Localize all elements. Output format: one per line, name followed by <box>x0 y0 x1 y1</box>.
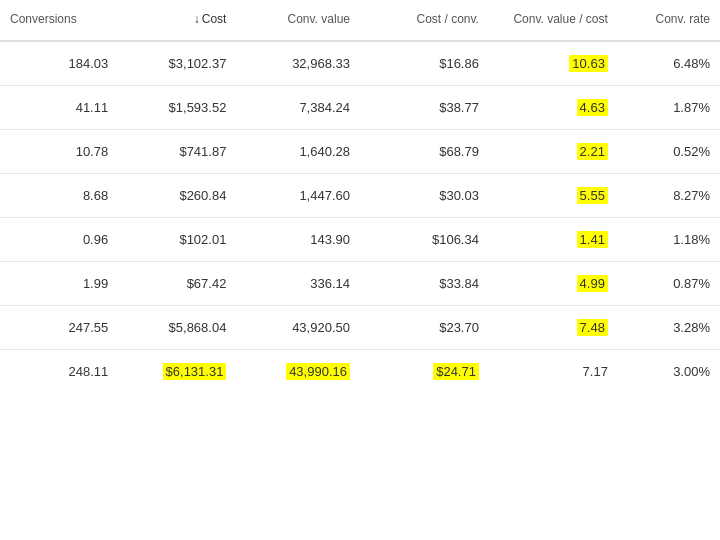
table-row: 184.03$3,102.3732,968.33$16.8610.636.48% <box>0 41 720 86</box>
header-conversions[interactable]: Conversions <box>0 0 118 41</box>
cell-conv_value: 336.14 <box>236 261 360 305</box>
cell-cost_per_conv: $38.77 <box>360 85 489 129</box>
cell-conv_value: 7,384.24 <box>236 85 360 129</box>
cell-conv_rate: 3.28% <box>618 305 720 349</box>
table-row: 0.96$102.01143.90$106.341.411.18% <box>0 217 720 261</box>
header-value-per-cost[interactable]: Conv. value / cost <box>489 0 618 41</box>
cell-conv_rate: 3.00% <box>618 349 720 393</box>
cell-conv_rate: 1.87% <box>618 85 720 129</box>
cell-conv_rate: 0.52% <box>618 129 720 173</box>
header-conv-rate-label: Conv. rate <box>656 12 710 26</box>
sort-arrow-icon: ↓ <box>194 12 200 28</box>
cell-value_per_cost: 7.48 <box>489 305 618 349</box>
cell-conv_value: 1,447.60 <box>236 173 360 217</box>
cell-value_per_cost: 1.41 <box>489 217 618 261</box>
cell-conv_value: 32,968.33 <box>236 41 360 86</box>
header-cost-per-conv[interactable]: Cost / conv. <box>360 0 489 41</box>
cell-conversions: 10.78 <box>0 129 118 173</box>
cell-cost: $1,593.52 <box>118 85 236 129</box>
cell-cost_per_conv: $106.34 <box>360 217 489 261</box>
cell-conv_rate: 0.87% <box>618 261 720 305</box>
highlight-value: 4.99 <box>577 275 608 292</box>
cell-conv_value: 143.90 <box>236 217 360 261</box>
cell-conv_rate: 6.48% <box>618 41 720 86</box>
highlight-value: $6,131.31 <box>163 363 227 380</box>
cell-conversions: 184.03 <box>0 41 118 86</box>
cell-cost_per_conv: $30.03 <box>360 173 489 217</box>
header-value-per-cost-label: Conv. value / cost <box>513 12 608 26</box>
cell-conversions: 8.68 <box>0 173 118 217</box>
cell-cost: $5,868.04 <box>118 305 236 349</box>
highlight-value: 4.63 <box>577 99 608 116</box>
table-row: 248.11$6,131.3143,990.16$24.717.173.00% <box>0 349 720 393</box>
table-row: 41.11$1,593.527,384.24$38.774.631.87% <box>0 85 720 129</box>
table-row: 10.78$741.871,640.28$68.792.210.52% <box>0 129 720 173</box>
cell-cost_per_conv: $24.71 <box>360 349 489 393</box>
cell-conversions: 0.96 <box>0 217 118 261</box>
cell-conv_value: 43,990.16 <box>236 349 360 393</box>
cell-value_per_cost: 2.21 <box>489 129 618 173</box>
header-cost-label: Cost <box>202 12 227 26</box>
highlight-value: 5.55 <box>577 187 608 204</box>
header-conv-value-label: Conv. value <box>288 12 350 26</box>
header-conversions-label: Conversions <box>10 12 77 26</box>
cell-conv_rate: 1.18% <box>618 217 720 261</box>
cell-conversions: 41.11 <box>0 85 118 129</box>
cell-conv_value: 43,920.50 <box>236 305 360 349</box>
cell-cost: $67.42 <box>118 261 236 305</box>
cell-value_per_cost: 10.63 <box>489 41 618 86</box>
cell-cost: $6,131.31 <box>118 349 236 393</box>
cell-conv_value: 1,640.28 <box>236 129 360 173</box>
cell-cost: $741.87 <box>118 129 236 173</box>
highlight-value: 10.63 <box>569 55 608 72</box>
cell-cost_per_conv: $23.70 <box>360 305 489 349</box>
cell-conversions: 1.99 <box>0 261 118 305</box>
cell-value_per_cost: 4.63 <box>489 85 618 129</box>
header-conv-value[interactable]: Conv. value <box>236 0 360 41</box>
table-row: 1.99$67.42336.14$33.844.990.87% <box>0 261 720 305</box>
cell-cost: $3,102.37 <box>118 41 236 86</box>
highlight-value: 2.21 <box>577 143 608 160</box>
highlight-value: 7.48 <box>577 319 608 336</box>
cell-cost_per_conv: $68.79 <box>360 129 489 173</box>
header-conv-rate[interactable]: Conv. rate <box>618 0 720 41</box>
cell-conv_rate: 8.27% <box>618 173 720 217</box>
cell-value_per_cost: 4.99 <box>489 261 618 305</box>
header-cost-per-conv-label: Cost / conv. <box>416 12 478 26</box>
highlight-value: 1.41 <box>577 231 608 248</box>
cell-conversions: 247.55 <box>0 305 118 349</box>
highlight-value: $24.71 <box>433 363 479 380</box>
table-row: 8.68$260.841,447.60$30.035.558.27% <box>0 173 720 217</box>
cell-cost_per_conv: $16.86 <box>360 41 489 86</box>
table-row: 247.55$5,868.0443,920.50$23.707.483.28% <box>0 305 720 349</box>
cell-cost: $260.84 <box>118 173 236 217</box>
table-header-row: Conversions ↓Cost Conv. value Cost / con… <box>0 0 720 41</box>
cell-cost: $102.01 <box>118 217 236 261</box>
highlight-value: 43,990.16 <box>286 363 350 380</box>
cell-cost_per_conv: $33.84 <box>360 261 489 305</box>
header-cost[interactable]: ↓Cost <box>118 0 236 41</box>
cell-conversions: 248.11 <box>0 349 118 393</box>
cell-value_per_cost: 7.17 <box>489 349 618 393</box>
cell-value_per_cost: 5.55 <box>489 173 618 217</box>
